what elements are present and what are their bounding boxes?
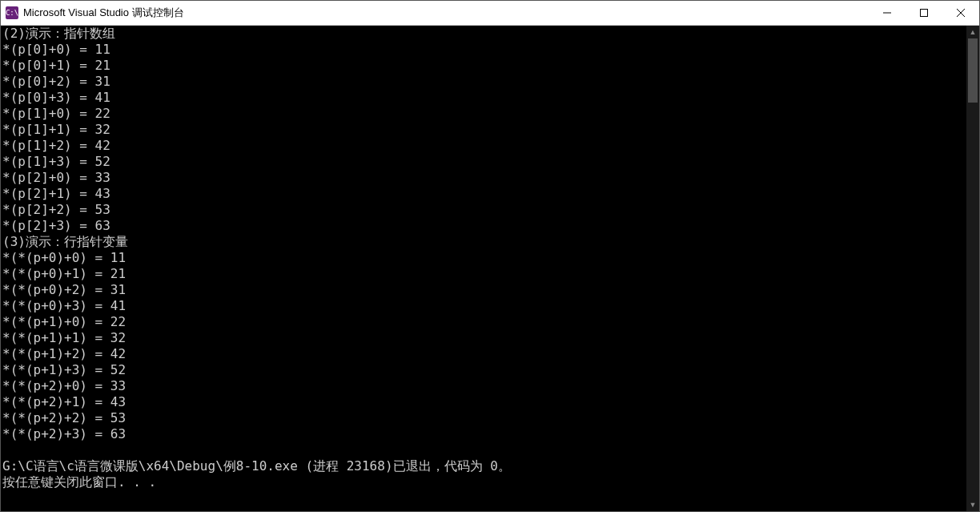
chevron-down-icon: ▼: [970, 501, 977, 509]
app-icon: C:\: [6, 6, 18, 19]
console-output: (2)演示：指针数组 *(p[0]+0) = 11 *(p[0]+1) = 21…: [1, 26, 966, 511]
window-title: Microsoft Visual Studio 调试控制台: [23, 6, 184, 20]
scroll-down-button[interactable]: ▼: [966, 498, 979, 511]
app-icon-label: C:\: [6, 9, 18, 17]
maximize-button[interactable]: [906, 1, 942, 25]
title-left: C:\ Microsoft Visual Studio 调试控制台: [1, 6, 184, 20]
chevron-up-icon: ▲: [970, 28, 977, 36]
scroll-up-button[interactable]: ▲: [966, 26, 979, 38]
console-area[interactable]: (2)演示：指针数组 *(p[0]+0) = 11 *(p[0]+1) = 21…: [1, 26, 979, 511]
vertical-scrollbar[interactable]: ▲ ▼: [966, 26, 979, 511]
svg-rect-1: [921, 10, 928, 17]
maximize-icon: [920, 9, 928, 17]
minimize-icon: [883, 9, 891, 17]
close-button[interactable]: [942, 1, 979, 25]
close-icon: [957, 9, 965, 17]
minimize-button[interactable]: [869, 1, 906, 25]
title-bar[interactable]: C:\ Microsoft Visual Studio 调试控制台: [1, 1, 979, 26]
window-controls: [869, 1, 979, 25]
scroll-thumb[interactable]: [968, 38, 978, 103]
app-window: C:\ Microsoft Visual Studio 调试控制台 (2)演示：…: [0, 0, 980, 512]
